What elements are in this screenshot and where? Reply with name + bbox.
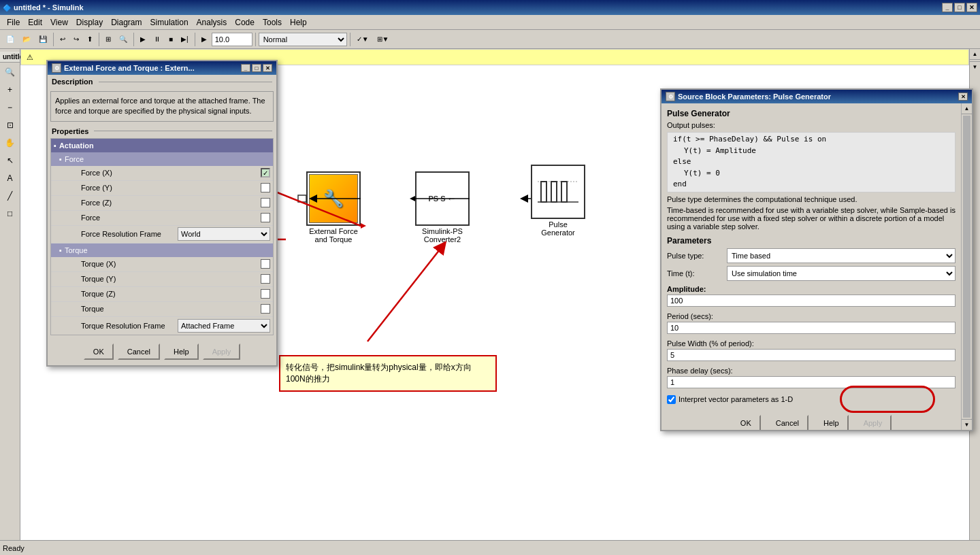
- torque-y-check[interactable]: [261, 274, 270, 284]
- run-btn[interactable]: ▶: [137, 32, 149, 47]
- right-dialog-close[interactable]: ✕: [958, 92, 968, 101]
- right-dialog-title-text: Source Block Parameters: Pulse Generator: [678, 92, 831, 101]
- mode-select[interactable]: Normal Accelerator Rapid Accelerator: [259, 33, 347, 46]
- scroll-down-btn[interactable]: ▼: [962, 419, 972, 430]
- pulse-width-input[interactable]: 5: [667, 349, 956, 361]
- force-z-label: Force (Z): [67, 198, 261, 207]
- annotation-text: 转化信号，把simulink量转为physical量，即给x方向100N的推力: [286, 363, 472, 384]
- torque-check2[interactable]: [261, 304, 270, 314]
- svg-marker-15: [361, 223, 366, 229]
- converter-block[interactable]: PS S ← Simulink-PSConverter2: [415, 171, 470, 243]
- right-apply-btn[interactable]: Apply: [854, 415, 892, 431]
- sidebar-text[interactable]: A: [2, 170, 18, 186]
- minimize-btn[interactable]: _: [942, 3, 953, 12]
- left-dialog-max[interactable]: □: [252, 64, 261, 72]
- menu-diagram[interactable]: Diagram: [107, 16, 146, 29]
- ext-force-label: External Forceand Torque: [309, 227, 358, 243]
- menu-simulation[interactable]: Simulation: [146, 16, 193, 29]
- model-btn[interactable]: 🔍: [116, 32, 131, 47]
- torque-z-check[interactable]: [261, 289, 270, 299]
- right-dialog-scrollbar[interactable]: ▲ ▼: [961, 103, 972, 430]
- stop-btn[interactable]: ■: [165, 32, 176, 47]
- sidebar-zoom-out[interactable]: −: [2, 99, 18, 116]
- close-btn[interactable]: ✕: [966, 3, 977, 12]
- undo-btn[interactable]: ↩: [56, 32, 69, 47]
- sidebar-fit[interactable]: ⊡: [2, 117, 18, 133]
- force-sub-header: ▪ Force: [51, 152, 273, 166]
- up-btn[interactable]: ⬆: [84, 32, 96, 47]
- open-btn[interactable]: 📂: [19, 32, 34, 47]
- force-z-check[interactable]: [261, 198, 270, 207]
- scroll-up-btn[interactable]: ▲: [962, 103, 972, 114]
- actuation-collapse[interactable]: ▪: [54, 141, 56, 150]
- scroll-up[interactable]: ▲: [970, 49, 980, 60]
- redo-btn[interactable]: ↪: [70, 32, 82, 47]
- force-res-select[interactable]: World Attached Frame: [178, 227, 270, 241]
- left-apply-btn[interactable]: Apply: [203, 343, 241, 360]
- right-help-btn[interactable]: Help: [814, 415, 849, 431]
- torque-x-check[interactable]: [261, 259, 270, 269]
- new-btn[interactable]: 📄: [3, 32, 18, 47]
- menu-edit[interactable]: Edit: [24, 16, 46, 29]
- lib-btn[interactable]: ⊞: [102, 32, 114, 47]
- converter-label: Simulink-PSConverter2: [422, 227, 463, 243]
- pulse-gen-heading: Pulse Generator: [667, 109, 956, 118]
- torque-label: Torque: [65, 246, 88, 254]
- torque-res-select[interactable]: Attached Frame World: [178, 319, 270, 333]
- save-btn[interactable]: 💾: [35, 32, 50, 47]
- force-y-row: Force (Y): [51, 181, 273, 196]
- torque-label-row: Torque: [51, 302, 273, 317]
- ext-force-block[interactable]: 🔧 External Forceand Torque: [306, 171, 361, 243]
- amplitude-input[interactable]: 100: [667, 295, 956, 307]
- pause-btn[interactable]: ⏸: [150, 32, 164, 47]
- menu-code[interactable]: Code: [231, 16, 259, 29]
- pulse-gen-block[interactable]: PulseGenerator: [531, 165, 585, 237]
- interpret-check[interactable]: [667, 395, 676, 404]
- pulse-type-select[interactable]: Time based Sample based: [727, 248, 956, 263]
- right-ok-btn[interactable]: OK: [731, 415, 761, 431]
- force-check2[interactable]: [261, 213, 270, 222]
- menu-view[interactable]: View: [46, 16, 72, 29]
- left-help-btn[interactable]: Help: [164, 343, 199, 360]
- left-dialog-min[interactable]: _: [241, 64, 250, 72]
- torque-y-label: Torque (Y): [67, 274, 261, 284]
- sidebar-line[interactable]: ╱: [2, 188, 18, 204]
- props-table: ▪ Actuation ▪ Force Force (X) Force (Y) …: [50, 138, 274, 335]
- code-line1: if(t >= PhaseDelay) && Pulse is on: [673, 134, 949, 146]
- left-cancel-btn[interactable]: Cancel: [118, 343, 160, 360]
- left-ok-btn[interactable]: OK: [84, 343, 114, 360]
- right-cancel-btn[interactable]: Cancel: [766, 415, 808, 431]
- sidebar-pan[interactable]: ✋: [2, 135, 18, 151]
- sep5: [255, 33, 256, 46]
- torque-collapse[interactable]: ▪: [59, 246, 62, 254]
- play-btn2[interactable]: ▶: [198, 32, 210, 47]
- time-select[interactable]: Use simulation time Use external signal: [727, 266, 956, 281]
- menu-file[interactable]: File: [3, 16, 24, 29]
- sidebar-search[interactable]: 🔍: [2, 64, 18, 80]
- scrollbar-thumb[interactable]: [963, 116, 970, 418]
- period-input[interactable]: 10: [667, 322, 956, 334]
- menu-analysis[interactable]: Analysis: [193, 16, 231, 29]
- menu-display[interactable]: Display: [72, 16, 107, 29]
- sidebar-zoom-in[interactable]: +: [2, 82, 18, 98]
- check-btn[interactable]: ✓▼: [353, 32, 372, 47]
- sidebar-tab[interactable]: untitled: [0, 52, 20, 63]
- force-collapse[interactable]: ▪: [59, 155, 62, 163]
- sim-time-input[interactable]: 10.0: [212, 33, 252, 46]
- sidebar-box[interactable]: □: [2, 205, 18, 222]
- sidebar-arrow[interactable]: ↖: [2, 152, 18, 169]
- step-btn[interactable]: ▶|: [178, 32, 192, 47]
- force-y-check[interactable]: [261, 183, 270, 192]
- amplitude-label: Amplitude:: [667, 285, 956, 293]
- maximize-btn[interactable]: □: [954, 3, 965, 12]
- menu-tools[interactable]: Tools: [259, 16, 286, 29]
- menu-help[interactable]: Help: [286, 16, 311, 29]
- scroll-down[interactable]: ▼: [970, 61, 980, 72]
- force-x-check[interactable]: [261, 168, 270, 178]
- right-dialog-content: Pulse Generator Output pulses: if(t >= P…: [662, 103, 961, 430]
- left-dialog-close[interactable]: ✕: [263, 64, 272, 72]
- grid-btn[interactable]: ⊞▼: [374, 32, 393, 47]
- desc-label: Description: [52, 78, 93, 86]
- phase-delay-input[interactable]: 1: [667, 376, 956, 388]
- actuation-label: Actuation: [59, 141, 94, 150]
